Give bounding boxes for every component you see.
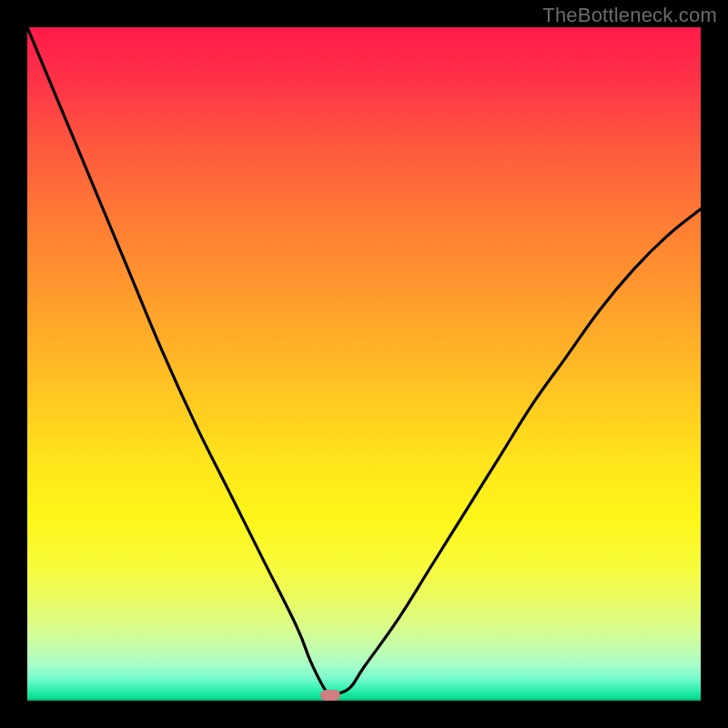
x-axis-baseline xyxy=(27,699,701,701)
chart-frame: TheBottleneck.com xyxy=(0,0,728,728)
plot-area xyxy=(27,27,701,701)
watermark-text: TheBottleneck.com xyxy=(542,4,717,27)
optimum-marker xyxy=(320,690,340,701)
bottleneck-curve xyxy=(27,27,701,701)
